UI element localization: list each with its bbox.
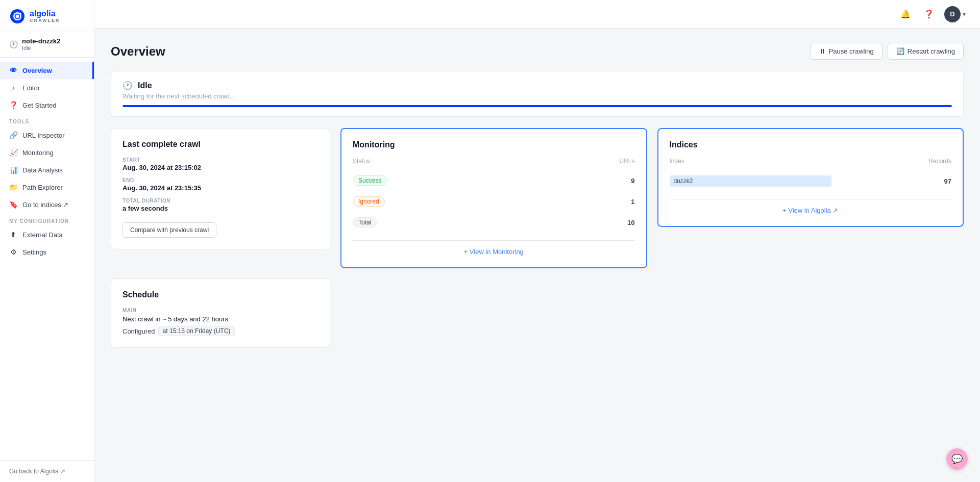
sidebar-item-overview[interactable]: 👁 Overview <box>0 62 94 79</box>
sidebar-item-url-inspector[interactable]: 🔗 URL Inspector <box>0 126 94 144</box>
settings-icon: ⚙ <box>9 248 17 256</box>
pause-label: Pause crawling <box>829 47 874 55</box>
view-in-algolia-link[interactable]: + View in Algolia ↗ <box>782 207 838 214</box>
restart-crawling-button[interactable]: 🔄 Restart crawling <box>888 43 964 60</box>
view-in-monitoring-link[interactable]: + View in Monitoring <box>464 248 524 256</box>
sidebar-nav: 👁 Overview › Editor ❓ Get Started TOOLS … <box>0 58 94 460</box>
monitoring-card-footer: + View in Monitoring <box>353 240 635 256</box>
monitoring-col-status: Status <box>353 158 548 170</box>
overview-icon: 👁 <box>9 66 17 74</box>
success-badge: Success <box>353 175 387 186</box>
page-title: Overview <box>111 44 165 59</box>
chevron-down-icon: ▾ <box>963 11 966 18</box>
help-button[interactable]: ❓ <box>921 6 937 22</box>
pause-crawling-button[interactable]: ⏸ Pause crawling <box>811 43 883 60</box>
last-crawl-title: Last complete crawl <box>122 140 318 149</box>
sidebar-item-path-explorer-label: Path Explorer <box>22 184 63 191</box>
start-value: Aug. 30, 2024 at 23:15:02 <box>122 164 318 171</box>
sidebar-item-go-to-indices[interactable]: 🔖 Go to indices ↗ <box>0 196 94 213</box>
compare-previous-crawl-button[interactable]: Compare with previous crawl <box>122 222 216 238</box>
avatar: D <box>944 6 961 22</box>
sidebar-footer: Go back to Algolia ↗ <box>0 460 94 482</box>
sidebar-logo: algolia CRAWLER <box>0 0 94 31</box>
schedule-card: Schedule MAIN Next crawl in ~ 5 days and… <box>111 278 330 348</box>
sidebar-item-external-data[interactable]: ⬆ External Data <box>0 226 94 243</box>
editor-icon: › <box>9 84 17 92</box>
sidebar-item-settings-label: Settings <box>22 248 46 256</box>
page-content: Overview ⏸ Pause crawling 🔄 Restart craw… <box>94 29 980 482</box>
duration-value: a few seconds <box>122 205 318 212</box>
bell-button[interactable]: 🔔 <box>897 6 914 22</box>
total-badge-cell: Total <box>353 212 548 233</box>
sidebar-item-get-started[interactable]: ❓ Get Started <box>0 96 94 114</box>
data-analysis-icon: 📊 <box>9 166 17 174</box>
monitoring-card: Monitoring Status URLs Success 9 <box>340 128 647 268</box>
ignored-count: 1 <box>548 191 634 212</box>
indices-card: Indices Index Records <box>657 128 964 227</box>
schedule-title: Schedule <box>122 290 318 299</box>
sidebar-item-go-to-indices-label: Go to indices ↗ <box>22 201 69 209</box>
compare-btn-label: Compare with previous crawl <box>130 226 209 234</box>
main-content: 🔔 ❓ D ▾ Overview ⏸ Pause crawling 🔄 Rest… <box>94 0 980 482</box>
sidebar-item-url-inspector-label: URL Inspector <box>22 132 65 139</box>
status-card: 🕐 Idle Waiting for the next scheduled cr… <box>111 71 964 117</box>
clock-icon: 🕐 <box>9 40 18 48</box>
index-name: dnzzk2 <box>674 177 693 185</box>
indices-col-index: Index <box>670 158 838 170</box>
go-back-algolia-label: Go back to Algolia ↗ <box>9 468 65 475</box>
crawler-status: Idle <box>22 45 60 51</box>
ignored-badge-cell: Ignored <box>353 191 548 212</box>
sidebar-item-monitoring-label: Monitoring <box>22 149 54 157</box>
view-in-monitoring-label: + View in Monitoring <box>464 248 524 256</box>
index-bar: dnzzk2 <box>670 175 832 187</box>
logo-text: algolia CRAWLER <box>30 10 60 23</box>
pause-icon: ⏸ <box>819 47 826 55</box>
user-menu[interactable]: D ▾ <box>944 6 966 22</box>
index-bar-wrapper: dnzzk2 <box>670 175 832 187</box>
monitoring-title: Monitoring <box>353 140 635 149</box>
crawler-name: note-dnzzk2 <box>22 37 60 45</box>
config-section-label: MY CONFIGURATION <box>0 213 94 226</box>
monitoring-table: Status URLs Success 9 Ignored 1 <box>353 158 635 233</box>
header-actions: ⏸ Pause crawling 🔄 Restart crawling <box>811 43 964 60</box>
algolia-logo-icon <box>9 8 26 24</box>
bottom-row: Schedule MAIN Next crawl in ~ 5 days and… <box>111 278 964 348</box>
sidebar-item-external-data-label: External Data <box>22 231 63 239</box>
sidebar-item-editor[interactable]: › Editor <box>0 79 94 96</box>
table-row: Success 9 <box>353 170 635 191</box>
table-row: Total 10 <box>353 212 635 233</box>
go-back-algolia-link[interactable]: Go back to Algolia ↗ <box>9 468 85 475</box>
indices-col-records: Records <box>838 158 951 170</box>
indices-title: Indices <box>670 140 952 149</box>
status-title: Idle <box>138 81 152 90</box>
crawler-details: note-dnzzk2 Idle <box>22 37 60 51</box>
success-badge-cell: Success <box>353 170 548 191</box>
end-value: Aug. 30, 2024 at 23:15:35 <box>122 184 318 192</box>
sidebar-item-settings[interactable]: ⚙ Settings <box>0 243 94 261</box>
schedule-main-label: MAIN <box>122 308 318 313</box>
logo-sub: CRAWLER <box>30 18 60 23</box>
get-started-icon: ❓ <box>9 101 17 109</box>
indices-card-footer: + View in Algolia ↗ <box>670 199 952 215</box>
sidebar-item-path-explorer[interactable]: 📁 Path Explorer <box>0 179 94 196</box>
start-label: START <box>122 157 318 163</box>
progress-bar-fill <box>122 105 952 107</box>
ignored-badge: Ignored <box>353 196 385 207</box>
schedule-time-badge: at 15:15 on Friday (UTC) <box>158 326 235 336</box>
sidebar-item-data-analysis[interactable]: 📊 Data Analysis <box>0 161 94 179</box>
chat-button[interactable]: 💬 <box>946 448 968 470</box>
sidebar-item-get-started-label: Get Started <box>22 102 56 109</box>
configured-label: Configured <box>122 327 155 335</box>
status-header: 🕐 Idle <box>122 81 952 90</box>
sidebar-item-monitoring[interactable]: 📈 Monitoring <box>0 144 94 161</box>
duration-label: TOTAL DURATION <box>122 198 318 204</box>
svg-point-1 <box>19 13 21 15</box>
sidebar-item-overview-label: Overview <box>22 67 52 74</box>
status-clock-icon: 🕐 <box>122 81 133 90</box>
indices-table: Index Records dnzzk2 <box>670 158 952 192</box>
chat-icon: 💬 <box>951 453 963 465</box>
crawler-info: 🕐 note-dnzzk2 Idle <box>0 31 94 58</box>
restart-label: Restart crawling <box>908 47 955 55</box>
sidebar: algolia CRAWLER 🕐 note-dnzzk2 Idle 👁 Ove… <box>0 0 94 482</box>
page-header: Overview ⏸ Pause crawling 🔄 Restart craw… <box>111 43 964 60</box>
